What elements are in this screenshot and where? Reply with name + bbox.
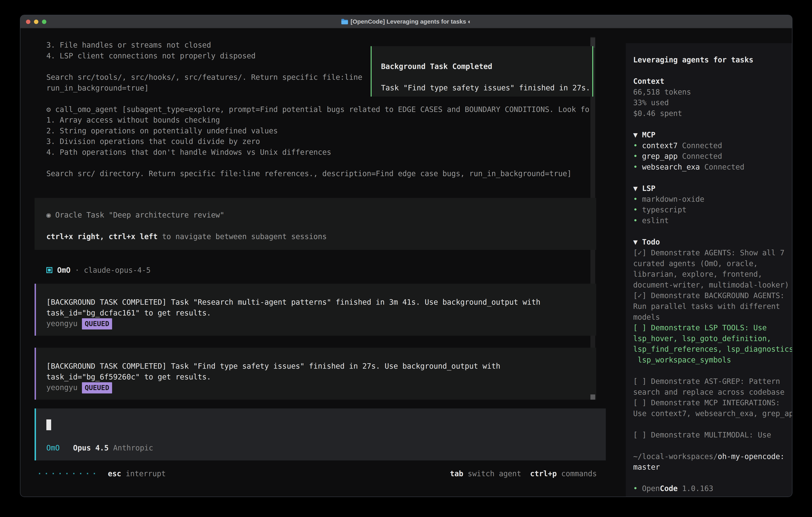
oracle-hint-line: ctrl+x right, ctrl+x left to navigate be…	[46, 231, 327, 242]
text-cursor	[46, 419, 51, 430]
mcp-name: websearch_exa	[642, 163, 700, 171]
agent-name: OmO	[57, 266, 70, 274]
status-badge: QUEUED	[82, 318, 112, 329]
lsp-name: markdown-oxide	[642, 195, 704, 203]
minimize-button[interactable]	[34, 20, 38, 24]
green-dot-icon: •	[633, 206, 638, 214]
task-line2: task_id="bg_dcfac161" to get results.	[46, 308, 211, 319]
sidebar: Leveraging agents for tasks Context 66,5…	[626, 43, 792, 497]
lsp-item: •typescript	[633, 205, 687, 215]
todo-done-items: [✓] Demonstrate AGENTS: Show all 7 curat…	[633, 247, 789, 323]
mcp-status: Connected	[704, 163, 744, 171]
mcp-item: •websearch_exa Connected	[633, 162, 745, 172]
workspace-path: ~/local-workspaces/oh-my-opencode:	[633, 451, 784, 462]
path-prefix: ~/local-workspaces/	[633, 452, 718, 461]
task-message: [BACKGROUND TASK COMPLETED] Task "Resear…	[35, 284, 596, 336]
status-bar-right: tab switch agent ctrl+p commands	[450, 468, 597, 479]
tab-key-hint: tab	[450, 469, 463, 478]
todo-active-item: [ ] Demonstrate LSP TOOLS: Use lsp_hover…	[633, 323, 792, 365]
lsp-section-heading[interactable]: ▼ LSP	[633, 183, 655, 194]
esc-key-hint: esc	[108, 469, 121, 478]
tool-bullet-list: 1. Array access without bounds checking …	[46, 115, 331, 158]
app-version: 1.0.163	[682, 484, 713, 493]
history-tail: 3. File handles or streams not closed 4.…	[46, 40, 256, 61]
oracle-title-line: ◉ Oracle Task "Deep architecture review"	[46, 210, 224, 220]
task-meta: yeongyuQUEUED	[46, 318, 112, 329]
lsp-name: eslint	[642, 216, 669, 225]
todo-section-heading[interactable]: ▼ Todo	[633, 237, 660, 247]
desktop: [OpenCode] Leveraging agents for tasks ◐…	[0, 0, 812, 517]
context-heading: Context	[633, 76, 664, 87]
window-title-group: [OpenCode] Leveraging agents for tasks ◐	[341, 18, 471, 25]
task-meta: yeongyuQUEUED	[46, 382, 112, 393]
spinner-dots: ·········	[37, 469, 99, 478]
mcp-item: •context7 Connected	[633, 140, 722, 151]
oracle-title: Oracle Task "Deep architecture review"	[51, 211, 224, 219]
version-line: •OpenCode 1.0.163	[633, 483, 713, 494]
tool-args: [subagent_type=explore, prompt=Find pote…	[117, 105, 594, 114]
task-user: yeongyu	[46, 383, 78, 392]
main-scrollbar-thumb-bottom[interactable]	[590, 394, 595, 400]
zoom-button[interactable]	[42, 20, 46, 24]
task-message: [BACKGROUND TASK COMPLETED] Task "Find t…	[35, 348, 596, 400]
green-dot-icon: •	[633, 152, 638, 161]
agent-square-icon	[46, 267, 52, 273]
prompt-input[interactable]: OmO Opus 4.5 Anthropic	[35, 408, 606, 460]
window-title: [OpenCode] Leveraging agents for tasks ◐	[351, 18, 471, 25]
ctrlp-key-hint: ctrl+p	[530, 469, 557, 478]
green-dot-icon: •	[633, 141, 638, 150]
input-agent: OmO	[46, 444, 60, 452]
task-line2: task_id="bg_6f59260c" to get results.	[46, 372, 211, 382]
green-dot-icon: •	[633, 484, 638, 493]
green-dot-icon: •	[633, 195, 638, 203]
task-user: yeongyu	[46, 319, 78, 328]
context-tokens: 66,518 tokens	[633, 87, 691, 98]
history-search-tail: Search src/tools/, src/hooks/, src/featu…	[46, 72, 362, 93]
mcp-item: •grep_app Connected	[633, 151, 722, 162]
mcp-name: grep_app	[642, 152, 677, 161]
app-name-bold: Code	[660, 484, 677, 493]
traffic-lights	[26, 15, 46, 28]
git-branch: master	[633, 462, 660, 472]
input-provider: Anthropic	[113, 444, 153, 452]
esc-key-label: interrupt	[126, 469, 166, 478]
agent-header: OmO · claude-opus-4-5	[46, 265, 151, 276]
toast-body: Task "Find type safety issues" finished …	[381, 83, 590, 93]
tool-name: call_omo_agent	[55, 105, 118, 114]
model-status-line: OmO Opus 4.5 Anthropic	[46, 443, 153, 454]
task-line1: [BACKGROUND TASK COMPLETED] Task "Resear…	[46, 297, 541, 308]
mcp-section-heading[interactable]: ▼ MCP	[633, 130, 655, 140]
lsp-name: typescript	[642, 206, 687, 214]
ctrlp-key-label: commands	[561, 469, 597, 478]
green-dot-icon: •	[633, 163, 638, 171]
todo-multimodal-item: [ ] Demonstrate MULTIMODAL: Use	[633, 430, 771, 440]
tool-call-line: ⚙ call_omo_agent [subagent_type=explore,…	[46, 104, 594, 115]
lsp-item: •eslint	[633, 215, 669, 226]
todo-pending-items: [ ] Demonstrate AST-GREP: Pattern search…	[633, 376, 792, 419]
oracle-task-box: ◉ Oracle Task "Deep architecture review"…	[35, 198, 596, 250]
hint-keys: ctrl+x right, ctrl+x left	[46, 232, 157, 241]
hint-rest: to navigate between subagent sessions	[157, 232, 327, 241]
titlebar: [OpenCode] Leveraging agents for tasks ◐	[20, 15, 792, 28]
input-model: Opus 4.5	[73, 444, 109, 452]
status-bar-left: ········· esc interrupt	[37, 468, 166, 479]
bullseye-icon: ◉	[46, 211, 51, 219]
path-repo: oh-my-opencode:	[718, 452, 784, 461]
task-line1: [BACKGROUND TASK COMPLETED] Task "Find t…	[46, 361, 500, 372]
close-button[interactable]	[26, 20, 30, 24]
mcp-status: Connected	[682, 152, 722, 161]
mcp-name: context7	[642, 141, 677, 150]
status-badge: QUEUED	[82, 382, 112, 393]
folder-icon	[341, 19, 348, 25]
toast-title: Background Task Completed	[381, 61, 492, 72]
context-spent: $0.46 spent	[633, 108, 682, 119]
green-dot-icon: •	[633, 216, 638, 225]
mcp-status: Connected	[682, 141, 722, 150]
agent-model: claude-opus-4-5	[84, 266, 151, 274]
tab-key-label: switch agent	[468, 469, 521, 478]
gear-icon: ⚙	[46, 105, 51, 114]
app-name-dim: Open	[642, 484, 660, 493]
agent-separator: ·	[70, 266, 84, 274]
background-task-toast: Background Task Completed Task "Find typ…	[371, 46, 593, 97]
context-used: 33% used	[633, 98, 669, 108]
